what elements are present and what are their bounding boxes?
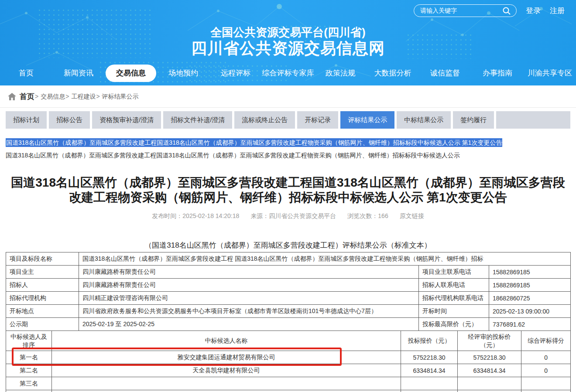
candidate-name <box>52 377 401 390</box>
info-row: 项目及标段名称国道318名山区黑竹（成都界）至雨城区多营段改建工程 国道318名… <box>6 252 571 266</box>
result-list: 国道318名山区黑竹（成都界）至雨城区多营段改建工程国道318名山区黑竹（成都界… <box>6 138 576 148</box>
site-header: 请输入关键字 登录 注册 全国公共资源交易平台(四川省) 四川省公共资源交易信息… <box>0 0 576 85</box>
info-label: 招标代理机构联系电话 <box>419 292 489 305</box>
nav-item-诚信监督[interactable]: 诚信监督 <box>430 65 460 82</box>
original-link[interactable]: 原文链接 <box>400 212 424 219</box>
info-row: 招标人四川康藏路桥有限责任公司招标人联系电话15882869185 <box>6 279 571 292</box>
tab-资格预审补遗/澄清[interactable]: 资格预审补遗/澄清 <box>92 111 161 129</box>
tab-招标计划[interactable]: 招标计划 <box>6 111 47 129</box>
main-nav: 首页新闻资讯交易信息场地预约远程评标综合评标专家库政策法规大数据分析诚信监督办事… <box>0 65 576 82</box>
breadcrumb-item[interactable]: 交易信息 <box>41 93 65 100</box>
info-value: 四川省政府政务服务和公共资源交易服务中心本项目开标室（成都市青羊区鼓楼南街101… <box>79 305 419 318</box>
nav-item-政策法规[interactable]: 政策法规 <box>326 65 355 82</box>
nav-item-交易信息[interactable]: 交易信息 <box>106 65 156 82</box>
candidate-score <box>521 390 571 392</box>
info-value: 15882869185 <box>489 266 571 279</box>
breadcrumb-item[interactable]: 评标结果公示 <box>102 93 139 100</box>
tab-流标或终止公告[interactable]: 流标或终止公告 <box>234 111 295 129</box>
search-input[interactable]: 请输入关键字 <box>414 4 517 17</box>
article-title-line1: 国道318名山区黑竹（成都界）至雨城区多营段改建工程国道318名山区黑竹（成都界… <box>0 175 576 190</box>
info-value: 18682860725 <box>489 292 571 305</box>
document-subtitle: （国道318名山区黑竹（成都界）至雨城区多营段改建工程）评标结果公示（标准文本） <box>0 240 576 249</box>
nav-slot: 远程评标 <box>209 65 262 82</box>
info-value: 四川康藏路桥有限责任公司 <box>79 279 419 292</box>
search-placeholder: 请输入关键字 <box>420 7 502 15</box>
home-icon[interactable] <box>8 93 16 100</box>
detail-table: 项目及标段名称国道318名山区黑竹（成都界）至雨城区多营段改建工程 国道318名… <box>6 252 571 392</box>
nav-item-综合评标专家库[interactable]: 综合评标专家库 <box>262 65 314 82</box>
info-label: 项目及标段名称 <box>6 252 79 266</box>
candidate-bid <box>401 390 458 392</box>
tab-filler <box>496 111 570 129</box>
tab-招标文件补遗/澄清[interactable]: 招标文件补遗/澄清 <box>163 111 232 129</box>
nav-item-大数据分析[interactable]: 大数据分析 <box>374 65 411 82</box>
tab-中标结果公示[interactable]: 中标结果公示 <box>397 111 451 129</box>
nav-item-远程评标[interactable]: 远程评标 <box>221 65 250 82</box>
info-value: 7376891.62 <box>489 318 571 331</box>
candidate-name: 天全县凯华建材有限公司 <box>52 364 401 377</box>
category-tabs: 招标计划招标公告资格预审补遗/澄清招标文件补遗/澄清流标或终止公告开标记录评标结… <box>0 108 576 129</box>
candidate-score <box>521 377 571 390</box>
nav-slot: 川渝共享专区 <box>524 65 576 82</box>
candidate-name <box>52 390 401 392</box>
article-title: 国道318名山区黑竹（成都界）至雨城区多营段改建工程国道318名山区黑竹（成都界… <box>0 175 576 205</box>
candidate-score: 0 <box>521 351 571 364</box>
nav-slot: 综合评标专家库 <box>262 65 314 82</box>
nav-slot: 办事指南 <box>471 65 524 82</box>
source: 来源：四川省公共资源交易平台 <box>250 212 336 219</box>
article-title-line2: 改建工程物资采购（钢筋网片、钢纤维）招标标段中标候选人公示 第1次变更公告 <box>0 190 576 205</box>
candidate-reviewed-bid: 6334814.34 <box>458 364 521 377</box>
candidate-row <box>6 390 571 392</box>
info-row: 开标地点四川省政府政务服务和公共资源交易服务中心本项目开标室（成都市青羊区鼓楼南… <box>6 305 571 318</box>
tab-签约履行[interactable]: 签约履行 <box>453 111 494 129</box>
nav-slot: 场地预约 <box>157 65 209 82</box>
article-meta: 发布时间：2025-02-18 14:20:18 来源：四川省公共资源交易平台 … <box>0 212 576 219</box>
list-item[interactable]: 国道318名山区黑竹（成都界）至雨城区多营段改建工程国道318名山区黑竹（成都界… <box>6 152 576 159</box>
info-label: 项目业主 <box>6 266 79 279</box>
candidate-score: 0 <box>521 364 571 377</box>
info-label: 开标地点 <box>6 305 79 318</box>
tab-开标记录[interactable]: 开标记录 <box>297 111 338 129</box>
view-count: 浏览次数：166 <box>347 212 388 219</box>
candidate-header-cell: 经评审的投标价（元） <box>458 331 521 351</box>
info-label: 投标最高限价（元） <box>419 318 489 331</box>
candidate-row: 第三名 <box>6 377 571 390</box>
info-value: 四川康藏路桥有限责任公司 <box>79 266 419 279</box>
info-label: 项目业主联系电话 <box>419 266 489 279</box>
highlight-red-box <box>12 348 342 366</box>
nav-item-川渝共享专区[interactable]: 川渝共享专区 <box>528 65 572 82</box>
info-value: 2025-02-13 09:00:00 <box>489 305 571 318</box>
login-link[interactable]: 登录 <box>526 6 541 16</box>
search-icon[interactable] <box>502 7 511 15</box>
breadcrumb-separator: > <box>65 93 69 100</box>
register-link[interactable]: 注册 <box>550 6 565 16</box>
tab-评标结果公示[interactable]: 评标结果公示 <box>340 111 394 129</box>
candidate-reviewed-bid <box>458 377 521 390</box>
nav-item-场地预约[interactable]: 场地预约 <box>168 65 198 82</box>
breadcrumb: 首页 >交易信息>工程建设>评标结果公示 <box>0 85 576 108</box>
tab-招标公告[interactable]: 招标公告 <box>49 111 90 129</box>
info-label: 开标时间 <box>419 305 489 318</box>
nav-slot: 交易信息 <box>105 65 157 82</box>
info-row: 项目业主四川康藏路桥有限责任公司项目业主联系电话15882869185 <box>6 266 571 279</box>
nav-slot: 诚信监督 <box>419 65 471 82</box>
breadcrumb-item[interactable]: 工程建设 <box>71 93 96 100</box>
info-label: 招标人 <box>6 279 79 292</box>
list-item-selected[interactable]: 国道318名山区黑竹（成都界）至雨城区多营段改建工程国道318名山区黑竹（成都界… <box>6 138 502 147</box>
nav-item-首页[interactable]: 首页 <box>19 65 34 82</box>
publish-time: 发布时间：2025-02-18 14:20:18 <box>152 212 239 219</box>
info-label: 招标人联系电话 <box>419 279 489 292</box>
info-value: 15882869185 <box>489 279 571 292</box>
nav-item-新闻资讯[interactable]: 新闻资讯 <box>64 65 93 82</box>
candidate-bid: 6334814.34 <box>401 364 458 377</box>
breadcrumb-home[interactable]: 首页 <box>20 92 34 102</box>
candidate-bid: 5752218.30 <box>401 351 458 364</box>
breadcrumb-separator: > <box>96 93 99 100</box>
candidate-rank <box>6 390 52 392</box>
candidate-reviewed-bid <box>458 390 521 392</box>
info-label: 公示期 <box>6 318 79 331</box>
candidate-rank: 第三名 <box>6 377 52 390</box>
info-value: 四川精正建设管理咨询有限公司 <box>79 292 419 305</box>
info-value: 2025-02-19 至 2025-02-25 <box>79 318 419 331</box>
nav-item-办事指南[interactable]: 办事指南 <box>483 65 512 82</box>
